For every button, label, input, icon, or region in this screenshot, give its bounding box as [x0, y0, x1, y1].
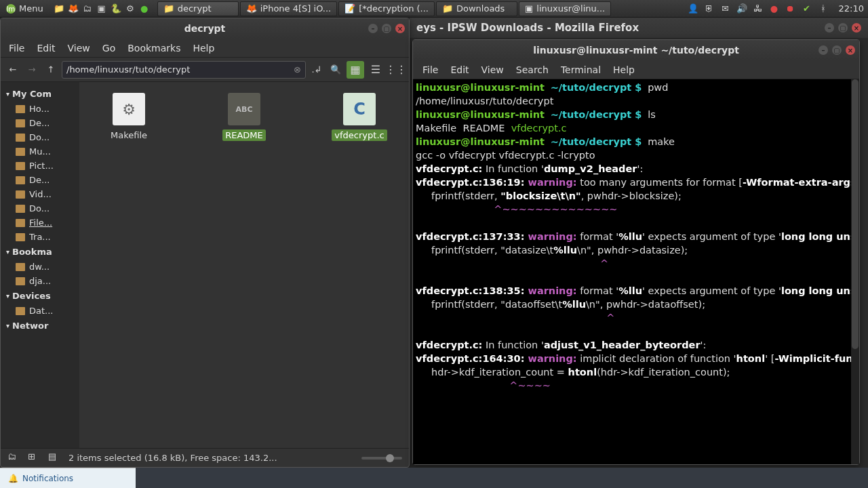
clear-path-icon[interactable]: ⊗: [294, 64, 301, 75]
launcher-python-icon[interactable]: 🐍: [110, 3, 122, 15]
maximize-button[interactable]: ▢: [832, 45, 842, 55]
folder-icon: [16, 219, 25, 227]
menu-edit[interactable]: Edit: [445, 63, 474, 77]
bluetooth-icon[interactable]: ᚼ: [817, 3, 829, 15]
thumb-icon[interactable]: ▤: [48, 451, 62, 465]
terminal-scrollbar[interactable]: [851, 79, 859, 464]
editor-icon: 📝: [344, 3, 355, 14]
up-button[interactable]: ↑: [43, 62, 59, 78]
zoom-slider[interactable]: [361, 457, 402, 460]
menu-search[interactable]: Search: [511, 63, 554, 77]
menu-terminal[interactable]: Terminal: [555, 63, 606, 77]
power-icon[interactable]: ✔: [801, 3, 813, 15]
file-item[interactable]: Cvfdecrypt.c: [315, 93, 403, 141]
launcher-filemanager-icon[interactable]: 📁: [53, 3, 65, 15]
file-label: Makefile: [108, 129, 150, 141]
menu-go[interactable]: Go: [98, 41, 119, 55]
record-icon[interactable]: ●: [768, 3, 781, 15]
sidebar-section[interactable]: Bookma: [2, 244, 78, 260]
open-terminal-icon[interactable]: .↲: [309, 62, 325, 78]
sidebar-item[interactable]: Do...: [2, 201, 78, 216]
sidebar-item[interactable]: Dat...: [2, 304, 78, 318]
menu-bookmarks[interactable]: Bookmarks: [123, 41, 184, 55]
menu-view[interactable]: View: [476, 63, 509, 77]
folder-icon: [16, 134, 25, 142]
folder-icon: [16, 277, 25, 285]
sidebar-item[interactable]: Pict...: [2, 159, 78, 173]
taskbar-item[interactable]: ▣linuxusr@linu...: [519, 1, 611, 16]
list-view-button[interactable]: ☰: [367, 61, 384, 79]
sidebar-item[interactable]: dw...: [2, 260, 78, 274]
files-icon[interactable]: 🗂: [7, 451, 21, 465]
icon-view-button[interactable]: ▦: [347, 61, 364, 79]
sidebar-section[interactable]: My Com: [2, 86, 78, 102]
folder-icon: [16, 263, 25, 271]
launcher-web-icon[interactable]: ●: [138, 3, 151, 15]
path-input[interactable]: /home/linuxusr/tuto/decrypt ⊗: [62, 61, 306, 79]
sidebar-item[interactable]: File...: [2, 216, 78, 230]
menu-edit[interactable]: Edit: [33, 41, 59, 55]
close-button[interactable]: ×: [395, 24, 405, 33]
folder-icon: 📁: [442, 3, 453, 14]
menu-view[interactable]: View: [64, 41, 94, 55]
tree-icon[interactable]: ⊞: [28, 451, 41, 465]
firefox-window-titlebar[interactable]: eys - IPSW Downloads - Mozilla Firefox –…: [410, 18, 868, 38]
back-button[interactable]: ←: [5, 62, 21, 78]
launcher-ide-icon[interactable]: ⚙: [124, 3, 136, 15]
sidebar-label: File...: [29, 218, 52, 228]
record2-icon[interactable]: ⏺: [785, 3, 797, 15]
minimize-button[interactable]: –: [368, 24, 378, 33]
menu-help[interactable]: Help: [608, 63, 640, 77]
minimize-button[interactable]: –: [818, 45, 828, 55]
sidebar-item[interactable]: De...: [2, 116, 78, 130]
notification-panel[interactable]: 🔔Notifications: [0, 468, 136, 488]
maximize-button[interactable]: ▢: [838, 23, 848, 33]
terminal-titlebar[interactable]: linuxusr@linuxusr-mint ~/tuto/decrypt – …: [413, 40, 859, 60]
file-item[interactable]: ⚙Makefile: [85, 93, 173, 141]
terminal-icon: ▣: [525, 3, 533, 14]
volume-icon[interactable]: 🔊: [736, 3, 748, 15]
sidebar-item[interactable]: Tra...: [2, 230, 78, 244]
svg-text:lm: lm: [7, 5, 16, 13]
clock[interactable]: 22:10: [835, 3, 868, 14]
quick-launch: 📁 🦊 🗂 ▣ 🐍 ⚙ ●: [49, 3, 155, 15]
file-item[interactable]: ABCREADME: [200, 93, 288, 141]
launcher-firefox-icon[interactable]: 🦊: [67, 3, 79, 15]
firefox-icon: 🦊: [246, 3, 257, 14]
file-manager-titlebar[interactable]: decrypt – ▢ ×: [1, 18, 409, 39]
sidebar-section[interactable]: Devices: [2, 288, 78, 304]
close-button[interactable]: ×: [846, 45, 855, 55]
file-manager-window: decrypt – ▢ × FileEditViewGoBookmarksHel…: [0, 18, 410, 468]
sidebar-section[interactable]: Networ: [2, 318, 78, 333]
sidebar-item[interactable]: Vid...: [2, 187, 78, 201]
sidebar-item[interactable]: De...: [2, 173, 78, 187]
forward-button[interactable]: →: [24, 62, 40, 78]
sidebar-item[interactable]: Mu...: [2, 144, 78, 159]
taskbar-item[interactable]: 🦊iPhone 4[S] iO...: [240, 1, 338, 16]
sidebar-item[interactable]: Ho...: [2, 102, 78, 116]
menu-file[interactable]: File: [417, 63, 443, 77]
user-icon[interactable]: 👤: [687, 3, 699, 15]
launcher-terminal-icon[interactable]: ▣: [96, 3, 108, 15]
envelope-icon[interactable]: ✉: [719, 3, 732, 15]
minimize-button[interactable]: –: [825, 23, 834, 33]
network-icon[interactable]: 🖧: [752, 3, 764, 15]
menu-button[interactable]: lm Menu: [0, 0, 49, 17]
taskbar-item[interactable]: 📁Downloads: [436, 1, 517, 16]
sidebar-label: Dat...: [29, 306, 53, 316]
launcher-files-icon[interactable]: 🗂: [81, 3, 94, 15]
menu-help[interactable]: Help: [189, 41, 218, 55]
terminal-output[interactable]: linuxusr@linuxusr-mint ~/tuto/decrypt $ …: [413, 79, 859, 464]
sidebar-item[interactable]: Do...: [2, 130, 78, 144]
taskbar-label: iPhone 4[S] iO...: [260, 3, 332, 14]
menu-file[interactable]: File: [5, 41, 28, 55]
search-icon[interactable]: 🔍: [328, 62, 344, 78]
close-button[interactable]: ×: [852, 23, 861, 33]
maximize-button[interactable]: ▢: [382, 24, 391, 33]
taskbar-item[interactable]: 📝[*decryption (...: [338, 1, 435, 16]
shield-icon[interactable]: ⛨: [703, 3, 715, 15]
taskbar-item[interactable]: 📁decrypt: [157, 1, 239, 16]
file-pane[interactable]: ⚙MakefileABCREADMECvfdecrypt.c: [79, 82, 409, 448]
sidebar-item[interactable]: dja...: [2, 274, 78, 288]
compact-view-button[interactable]: ⋮⋮: [387, 61, 405, 79]
